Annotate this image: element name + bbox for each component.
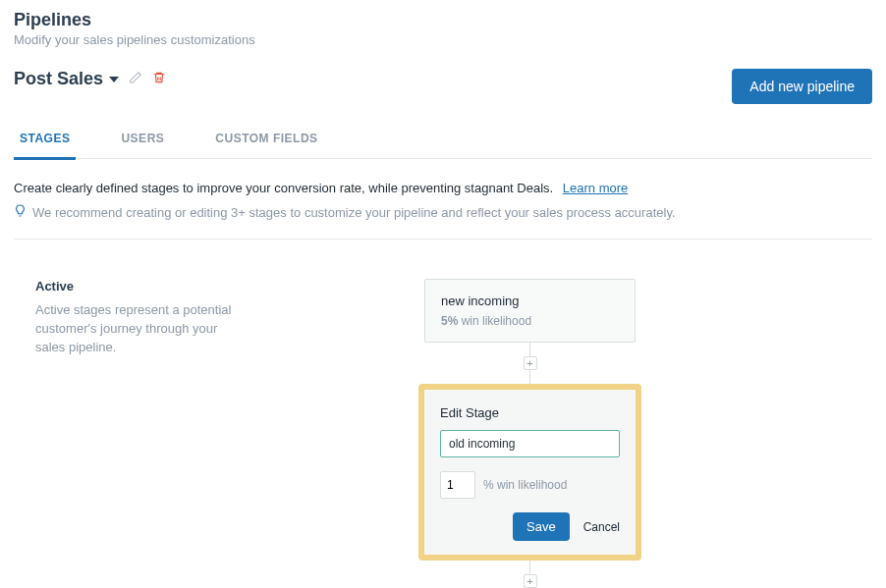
stage-name: new incoming [441, 294, 619, 308]
section-title-active: Active [35, 279, 232, 294]
tab-users[interactable]: USERS [115, 122, 170, 158]
add-stage-button[interactable]: + [524, 356, 537, 370]
info-text: Create clearly defined stages to improve… [14, 181, 553, 195]
chevron-down-icon [109, 77, 119, 82]
stage-name-input[interactable] [440, 430, 620, 457]
page-subtitle: Modify your sales pipelines customizatio… [14, 32, 255, 47]
connector-line [529, 370, 530, 384]
stage-card[interactable]: new incoming 5% win likelihood [424, 279, 636, 343]
edit-stage-card: Edit Stage % win likelihood Save Cancel [424, 390, 636, 555]
trash-icon[interactable] [152, 70, 166, 89]
tabs: STAGES USERS CUSTOM FIELDS [14, 122, 872, 159]
edit-stage-title: Edit Stage [440, 405, 620, 420]
connector-line [529, 343, 530, 356]
stage-likelihood: 5% win likelihood [441, 314, 619, 328]
tab-custom-fields[interactable]: CUSTOM FIELDS [209, 122, 323, 158]
save-button[interactable]: Save [513, 512, 570, 541]
section-desc-active: Active stages represent a potential cust… [35, 301, 232, 357]
lightbulb-icon [14, 203, 27, 221]
pipeline-selector[interactable]: Post Sales [14, 69, 119, 89]
add-pipeline-button[interactable]: Add new pipeline [732, 69, 872, 104]
page-title: Pipelines [14, 10, 255, 30]
learn-more-link[interactable]: Learn more [563, 181, 628, 195]
connector-line [529, 561, 530, 574]
recommend-text: We recommend creating or editing 3+ stag… [32, 205, 676, 220]
likelihood-input[interactable] [440, 471, 475, 499]
tab-stages[interactable]: STAGES [14, 122, 76, 160]
add-stage-button[interactable]: + [524, 574, 537, 588]
likelihood-label: % win likelihood [483, 478, 567, 492]
pencil-icon[interactable] [129, 71, 142, 88]
pipeline-name-label: Post Sales [14, 69, 103, 89]
cancel-button[interactable]: Cancel [583, 520, 620, 534]
edit-stage-highlight: Edit Stage % win likelihood Save Cancel [418, 384, 641, 561]
